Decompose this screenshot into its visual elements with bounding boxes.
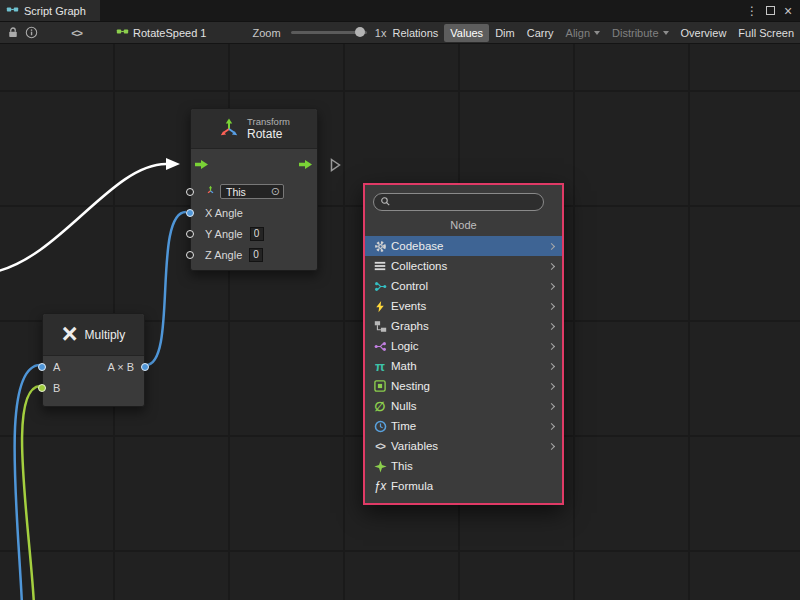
flow-input-port[interactable]	[195, 159, 209, 172]
finder-item-codebase[interactable]: Codebase	[365, 236, 562, 256]
item-label: This	[391, 460, 413, 472]
chevron-right-icon	[548, 362, 555, 369]
z-angle-row: Z Angle	[191, 244, 317, 265]
list-icon	[372, 258, 388, 274]
flow-output-port[interactable]	[299, 159, 313, 172]
object-picker-icon[interactable]: ⊙	[271, 186, 280, 197]
x-angle-row: X Angle	[191, 202, 317, 223]
dim-button[interactable]: Dim	[489, 24, 521, 42]
star-icon	[372, 458, 388, 474]
zoom-slider[interactable]	[291, 31, 367, 34]
z-angle-label: Z Angle	[205, 249, 242, 261]
distribute-dropdown[interactable]: Distribute	[606, 24, 674, 42]
chevron-right-icon	[548, 242, 555, 249]
this-value-label: This	[226, 186, 246, 198]
node-finder-popup: Node Codebase Collections Control	[363, 183, 564, 505]
maximize-icon[interactable]	[761, 2, 779, 20]
close-icon[interactable]: ×	[779, 2, 797, 20]
node-title: Multiply	[85, 328, 126, 342]
finder-item-control[interactable]: Control	[365, 276, 562, 296]
multiply-node-header[interactable]: × Multiply	[43, 314, 144, 356]
null-icon: ∅	[372, 398, 388, 414]
window-menu-icon[interactable]: ⋮	[743, 2, 761, 20]
this-input-port[interactable]	[186, 188, 194, 196]
finder-item-formula[interactable]: ƒx Formula	[365, 476, 562, 496]
graph-canvas[interactable]: Transform Rotate	[0, 44, 800, 600]
info-icon[interactable]	[23, 23, 42, 42]
fx-icon: ƒx	[372, 478, 388, 494]
graph-toolbar: <> RotateSpeed 1 Zoom 1x Relations Value…	[0, 21, 800, 44]
item-label: Formula	[391, 480, 433, 492]
item-label: Codebase	[391, 240, 443, 252]
finder-item-math[interactable]: π Math	[365, 356, 562, 376]
z-angle-input-port[interactable]	[186, 251, 194, 259]
chevron-right-icon	[548, 402, 555, 409]
transform-node-header[interactable]: Transform Rotate	[191, 109, 317, 149]
y-angle-input-port[interactable]	[186, 230, 194, 238]
lock-icon[interactable]	[4, 23, 23, 42]
a-input-port[interactable]	[38, 363, 46, 371]
chevron-right-icon	[548, 282, 555, 289]
product-output-port[interactable]	[141, 363, 149, 371]
align-dropdown[interactable]: Align	[560, 24, 606, 42]
y-angle-input[interactable]	[250, 227, 264, 241]
b-input-port[interactable]	[38, 384, 46, 392]
node-type-label: Transform	[247, 116, 290, 127]
zoom-label: Zoom	[252, 27, 280, 39]
pi-icon: π	[372, 358, 388, 374]
flow-port-row	[191, 149, 317, 181]
item-label: Nulls	[391, 400, 417, 412]
title-tab-bar: Script Graph ⋮ ×	[0, 0, 800, 21]
finder-item-time[interactable]: Time	[365, 416, 562, 436]
zoom-slider-knob[interactable]	[355, 27, 365, 37]
a-port-row: A A × B	[43, 356, 144, 377]
ghost-connection-arrow-icon	[330, 158, 341, 174]
tab-script-graph[interactable]: Script Graph	[0, 0, 100, 21]
search-field[interactable]	[373, 193, 544, 211]
z-angle-input[interactable]	[249, 248, 263, 262]
item-label: Control	[391, 280, 428, 292]
logic-branch-icon	[372, 338, 388, 354]
overview-button[interactable]: Overview	[675, 24, 733, 42]
edit-code-icon[interactable]: <>	[71, 27, 82, 39]
finder-item-this[interactable]: This	[365, 456, 562, 476]
finder-item-graphs[interactable]: Graphs	[365, 316, 562, 336]
finder-item-events[interactable]: Events	[365, 296, 562, 316]
item-label: Logic	[391, 340, 419, 352]
node-title: Rotate	[247, 127, 290, 141]
finder-item-variables[interactable]: <> Variables	[365, 436, 562, 456]
item-label: Variables	[391, 440, 438, 452]
multiply-node[interactable]: × Multiply A A × B B	[42, 313, 145, 407]
values-button[interactable]: Values	[444, 24, 489, 42]
angle-brackets-icon: <>	[372, 438, 388, 454]
branch-icon	[372, 278, 388, 294]
this-port-row: This ⊙	[191, 181, 317, 202]
graph-breadcrumb[interactable]: RotateSpeed 1	[116, 26, 206, 39]
script-graph-icon	[6, 4, 19, 17]
b-port-row: B	[43, 377, 144, 398]
fullscreen-button[interactable]: Full Screen	[732, 24, 800, 42]
chevron-right-icon	[548, 342, 555, 349]
carry-button[interactable]: Carry	[521, 24, 560, 42]
item-label: Events	[391, 300, 426, 312]
finder-item-nesting[interactable]: Nesting	[365, 376, 562, 396]
finder-item-collections[interactable]: Collections	[365, 256, 562, 276]
relations-button[interactable]: Relations	[386, 24, 444, 42]
tab-title: Script Graph	[24, 5, 86, 17]
transform-rotate-node[interactable]: Transform Rotate	[190, 108, 318, 271]
chevron-right-icon	[548, 382, 555, 389]
finder-item-nulls[interactable]: ∅ Nulls	[365, 396, 562, 416]
chevron-right-icon	[548, 302, 555, 309]
chevron-right-icon	[548, 422, 555, 429]
node-search-input[interactable]	[395, 195, 537, 209]
x-angle-input-port[interactable]	[186, 209, 194, 217]
toolbar-buttons: Relations Values Dim Carry Align Distrib…	[386, 22, 800, 43]
output-label: A × B	[107, 361, 134, 373]
item-label: Math	[391, 360, 417, 372]
finder-item-logic[interactable]: Logic	[365, 336, 562, 356]
chevron-right-icon	[548, 322, 555, 329]
item-label: Nesting	[391, 380, 430, 392]
this-value-field[interactable]: This ⊙	[220, 184, 284, 199]
multiply-icon: ×	[62, 321, 78, 348]
gear-icon	[372, 238, 388, 254]
